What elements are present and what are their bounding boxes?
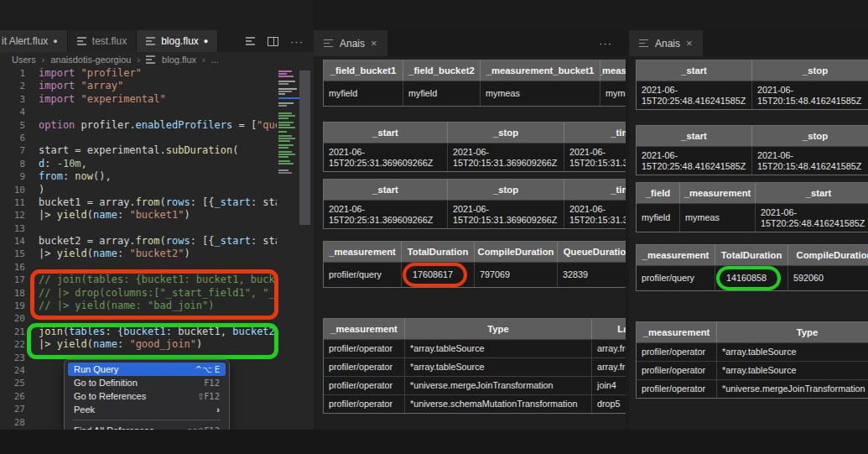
line-number: 1 bbox=[0, 67, 25, 80]
code-token: _start bbox=[215, 235, 251, 247]
result-table: _measurementTotalDurationCompileDuration… bbox=[636, 244, 868, 291]
table-row: 2021-06-15T20:25:31.369609266Z2021-06-15… bbox=[324, 200, 626, 228]
column-header: _stop bbox=[448, 180, 564, 200]
table-cell: *universe.mergeJoinTransformation bbox=[717, 379, 868, 398]
editor-scrollbar[interactable] bbox=[299, 70, 310, 225]
code-token: ) bbox=[196, 338, 202, 350]
result-table: _measurementTypeLabelprofiler/operator*a… bbox=[323, 318, 626, 414]
table-cell: profiler/operator bbox=[324, 394, 405, 413]
code-line[interactable]: 14bucket2 = array.from(rows: [{_start: s… bbox=[0, 235, 314, 248]
breadcrumb-item-users[interactable]: Users bbox=[12, 55, 36, 65]
tab-blog-flux[interactable]: blog.flux ● bbox=[137, 30, 218, 52]
breadcrumb-item-file[interactable]: blog.flux bbox=[162, 55, 196, 65]
line-number: 16 bbox=[0, 261, 25, 274]
table-cell: profiler/query bbox=[637, 265, 715, 290]
minimap[interactable] bbox=[278, 69, 300, 217]
line-number: 23 bbox=[0, 352, 25, 364]
table-row: profiler/operator*array.tableSource bbox=[637, 361, 868, 379]
table-cell: *array.tableSource bbox=[405, 357, 592, 376]
menu-item-go-to-definition[interactable]: Go to DefinitionF12 bbox=[68, 376, 226, 389]
table-cell: 2021-06-15T20:15:31.369609266Z bbox=[448, 143, 564, 171]
code-line[interactable]: 16 bbox=[0, 261, 314, 274]
table-cell: 2021-06-15T20:15:31.369609266Z bbox=[564, 143, 626, 171]
code-line[interactable]: 21join(tables: {bucket1: bucket1, bucket… bbox=[0, 326, 314, 338]
code-token: "bucket2" bbox=[129, 248, 184, 259]
code-text: d: -10m, bbox=[39, 158, 87, 170]
tab-it-alert-flux[interactable]: it Alert.flux ● bbox=[0, 30, 68, 52]
code-token: "array" bbox=[81, 80, 124, 91]
menu-item-go-to-references[interactable]: Go to References⇧F12 bbox=[68, 389, 226, 403]
code-token bbox=[75, 67, 81, 79]
line-number: 4 bbox=[0, 106, 25, 118]
menu-item-shortcut: ⇧F12 bbox=[197, 392, 220, 401]
result-table: _field_measurement_startmyfieldmymeas202… bbox=[636, 182, 868, 232]
table-cell: profiler/operator bbox=[324, 339, 405, 357]
code-token: : bucket1, bbox=[166, 326, 232, 337]
close-icon[interactable]: × bbox=[686, 37, 693, 50]
more-actions-icon[interactable]: ··· bbox=[290, 35, 304, 48]
code-token: |> bbox=[39, 209, 57, 221]
line-number: 10 bbox=[0, 184, 25, 196]
code-token: from bbox=[136, 235, 160, 247]
table-cell: 2021-06-15T20:25:31.369609266Z bbox=[324, 200, 448, 228]
line-number: 12 bbox=[0, 209, 25, 222]
code-token: : [{ bbox=[190, 196, 215, 208]
breadcrumb-item-symbol[interactable]: ... bbox=[211, 55, 219, 65]
close-icon[interactable]: × bbox=[371, 37, 377, 50]
more-actions-icon[interactable]: ··· bbox=[599, 37, 626, 50]
table-header-row: _measurementTotalDurationCompileDuration bbox=[637, 245, 868, 265]
code-line[interactable]: 22|> yield(name: "good_join") bbox=[0, 338, 314, 351]
breadcrumb-item-user-folder[interactable]: anaisdotis-georgiou bbox=[50, 55, 131, 65]
menu-item-peek[interactable]: Peek› bbox=[68, 403, 226, 416]
flux-file-icon bbox=[146, 55, 156, 64]
chevron-right-icon: › bbox=[42, 55, 45, 65]
code-token: bucket2 bbox=[232, 326, 275, 337]
tab-test-flux[interactable]: test.flux bbox=[68, 30, 137, 52]
code-token: rows bbox=[166, 196, 190, 208]
minimap-line bbox=[278, 172, 292, 174]
code-line[interactable]: 10) bbox=[0, 184, 314, 196]
code-token: import bbox=[39, 80, 75, 91]
tab-anais-middle[interactable]: Anais × bbox=[314, 30, 387, 56]
code-line[interactable]: 18// |> drop(columns:["_start_field1", "… bbox=[0, 287, 314, 300]
code-line[interactable]: 6 bbox=[0, 132, 314, 144]
minimap-line bbox=[278, 140, 290, 142]
code-line[interactable]: 9from: now(), bbox=[0, 170, 314, 183]
table-header-row: _start_stop bbox=[637, 60, 868, 81]
code-text: import "experimental" bbox=[39, 93, 166, 106]
code-line[interactable]: 7start = experimental.subDuration( bbox=[0, 144, 314, 157]
tab-anais-right[interactable]: Anais × bbox=[629, 30, 703, 56]
code-token: import bbox=[39, 93, 75, 105]
table-row: profiler/query1760861779706932839 bbox=[324, 262, 626, 287]
code-line[interactable]: 8d: -10m, bbox=[0, 158, 314, 170]
line-number: 25 bbox=[0, 377, 25, 389]
code-token: |> bbox=[39, 248, 57, 259]
code-line[interactable]: 13 bbox=[0, 222, 314, 235]
chevron-right-icon: › bbox=[137, 55, 140, 65]
line-number: 24 bbox=[0, 364, 25, 377]
code-line[interactable]: 4 bbox=[0, 106, 314, 118]
flux-file-icon bbox=[146, 37, 156, 45]
code-line[interactable]: 3import "experimental" bbox=[0, 93, 314, 106]
table-cell: 592060 bbox=[788, 265, 868, 290]
split-editor-icon[interactable] bbox=[268, 37, 278, 46]
code-line[interactable]: 5option profiler.enabledProfilers = ["qu… bbox=[0, 119, 314, 132]
code-line[interactable]: 1import "profiler" bbox=[0, 67, 314, 80]
line-number: 22 bbox=[0, 338, 25, 351]
code-token: ) bbox=[184, 248, 190, 259]
results-tables: _start_stop2021-06-15T20:25:48.416241585… bbox=[629, 60, 868, 399]
table-cell: 2021-06-15T20:15:48.416241585Z bbox=[752, 146, 868, 175]
table-row: profiler/operator*universe.schemaMutatio… bbox=[324, 394, 626, 413]
code-line[interactable]: 11bucket1 = array.from(rows: [{_start: s… bbox=[0, 196, 314, 209]
code-line[interactable]: 2import "array" bbox=[0, 80, 314, 92]
code-line[interactable]: 12|> yield(name: "bucket1") bbox=[0, 209, 314, 222]
menu-item-run-query[interactable]: Run Query^⌥ E bbox=[68, 363, 226, 376]
table-cell: mymeas bbox=[481, 81, 600, 106]
open-changes-icon[interactable] bbox=[246, 37, 256, 45]
code-line[interactable]: 17// join(tables: {bucket1: bucket1, buc… bbox=[0, 274, 314, 286]
code-line[interactable]: 15|> yield(name: "bucket2") bbox=[0, 248, 314, 260]
code-line[interactable]: 20 bbox=[0, 312, 314, 325]
code-line[interactable]: 19// |> yield(name: "bad_join") bbox=[0, 300, 314, 312]
table-row: profiler/operator*universe.mergeJoinTran… bbox=[637, 379, 868, 398]
column-header: _field_bucket2 bbox=[403, 60, 481, 81]
